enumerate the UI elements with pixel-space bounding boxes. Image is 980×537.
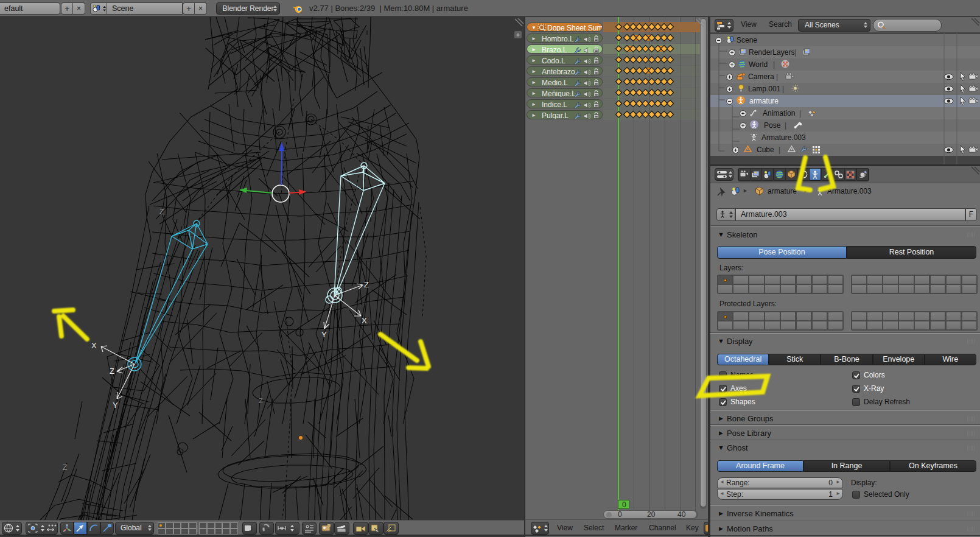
svg-text:Z: Z <box>110 367 114 376</box>
svg-text:Z: Z <box>159 208 164 216</box>
svg-text:X: X <box>91 341 97 350</box>
svg-text:Y: Y <box>321 330 327 339</box>
svg-text:X: X <box>362 316 367 325</box>
svg-text:Z: Z <box>63 463 67 472</box>
svg-text:Z: Z <box>364 280 369 289</box>
svg-text:Z: Z <box>259 397 263 404</box>
svg-text:Y: Y <box>113 401 118 410</box>
